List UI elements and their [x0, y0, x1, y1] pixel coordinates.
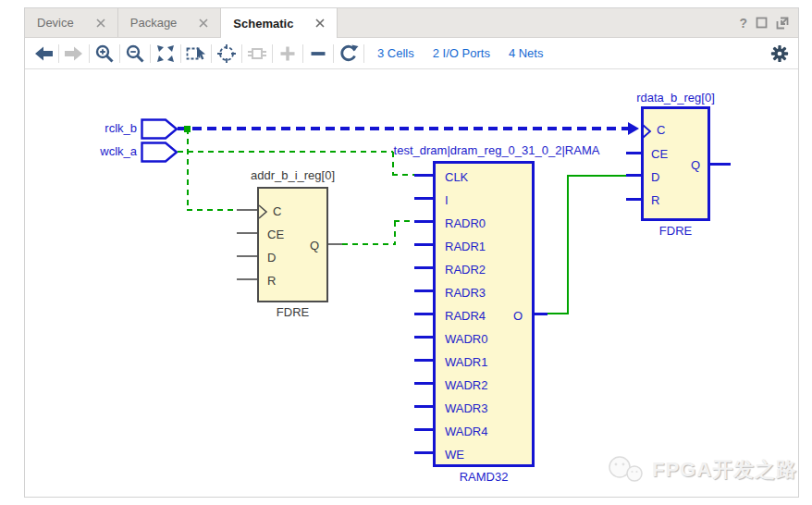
net-wclk-a-branch[interactable] [187, 209, 239, 211]
cell-type-label: RAMD32 [433, 470, 535, 484]
expand-cone-button[interactable] [246, 43, 268, 65]
net-addr-q[interactable] [394, 221, 396, 245]
net-wclk-a[interactable] [178, 151, 393, 153]
cell-rdata-b-reg[interactable]: C CE D R Q [641, 106, 710, 221]
schematic-window: Device Package Schematic ? [24, 7, 799, 498]
net-addr-q[interactable] [394, 220, 416, 222]
pin-stub[interactable] [414, 336, 433, 339]
input-port-wclk-a[interactable] [141, 142, 178, 163]
cell-name-addr-b-i-reg: addr_b_i_reg[0] [229, 168, 356, 182]
pin-stub[interactable] [414, 428, 433, 431]
pin-stub[interactable] [328, 243, 342, 245]
tab-schematic-label: Schematic [233, 17, 293, 31]
toolbar-separator [89, 44, 90, 63]
pin-stub[interactable] [626, 198, 641, 201]
net-arrowhead-icon [628, 122, 639, 135]
pin-stub[interactable] [414, 405, 433, 408]
toolbar-separator [58, 44, 59, 63]
help-icon[interactable]: ? [739, 16, 747, 31]
close-icon[interactable] [96, 18, 105, 28]
pin-label: RADR2 [445, 262, 486, 278]
pin-stub[interactable] [414, 359, 433, 362]
net-ram-o[interactable] [567, 175, 626, 177]
pin-stub[interactable] [414, 266, 433, 269]
toolbar-separator [119, 44, 120, 63]
clock-pin-icon [643, 124, 652, 139]
pin-stub[interactable] [535, 313, 547, 315]
pin-stub[interactable] [237, 255, 257, 257]
io-ports-link[interactable]: 2 I/O Ports [433, 46, 490, 60]
tab-package[interactable]: Package [118, 8, 222, 37]
forward-button[interactable] [63, 43, 85, 65]
pin-stub[interactable] [237, 232, 257, 234]
back-button[interactable] [32, 43, 55, 65]
pin-label: WADR3 [445, 400, 487, 417]
pin-label: RADR1 [445, 239, 486, 255]
zoom-fit-button[interactable] [154, 43, 177, 65]
pin-stub[interactable] [626, 174, 641, 177]
add-button[interactable] [277, 43, 299, 65]
pin-label: R [651, 192, 659, 209]
pin-label: WADR4 [445, 424, 487, 440]
schematic-toolbar: 3 Cells 2 I/O Ports 4 Nets [25, 38, 798, 69]
autofit-selection-button[interactable] [215, 43, 238, 65]
pin-stub[interactable] [414, 289, 433, 292]
pin-stub[interactable] [237, 278, 257, 280]
pin-label: CE [651, 146, 668, 163]
tab-package-label: Package [130, 16, 178, 30]
pin-stub[interactable] [414, 451, 433, 454]
pin-label: WADR1 [445, 354, 487, 371]
tab-schematic[interactable]: Schematic [221, 8, 338, 38]
pin-stub[interactable] [626, 152, 641, 154]
pin-stub[interactable] [414, 174, 433, 177]
pin-stub[interactable] [414, 197, 433, 200]
pin-label: Q [691, 157, 700, 174]
pin-label: RADR0 [445, 216, 486, 232]
pin-stub[interactable] [414, 382, 433, 385]
zoom-selection-button[interactable] [185, 43, 207, 65]
cell-ramd32[interactable]: CLK I RADR0 RADR1 RADR2 RADR3 RADR4 WADR… [433, 161, 535, 467]
pin-stub[interactable] [414, 220, 433, 223]
pin-label: O [513, 308, 523, 325]
cell-name-rdata-b-reg: rdata_b_reg[0] [612, 91, 739, 105]
net-junction-dot [184, 126, 191, 132]
toolbar-separator [211, 44, 212, 63]
pin-label: CE [267, 227, 284, 243]
schematic-canvas[interactable]: rclk_b wclk_a addr_b_i_reg[0] [25, 70, 798, 497]
cell-addr-b-i-reg[interactable]: C CE D R Q [257, 187, 328, 302]
pin-label: C [657, 122, 665, 139]
close-icon[interactable] [199, 18, 208, 28]
zoom-in-button[interactable] [93, 43, 116, 65]
remove-button[interactable] [307, 43, 329, 65]
tabbar-spacer [338, 8, 739, 37]
pin-label: I [445, 192, 449, 209]
input-port-rclk-b[interactable] [141, 118, 178, 140]
pin-label: WADR2 [445, 377, 487, 394]
pin-stub[interactable] [237, 209, 257, 211]
float-window-icon[interactable] [776, 17, 789, 30]
port-label-rclk-b: rclk_b [62, 121, 137, 135]
net-wclk-a[interactable] [392, 174, 416, 176]
pin-stub[interactable] [710, 163, 731, 166]
close-icon[interactable] [315, 18, 325, 28]
cell-type-label: FDRE [641, 224, 710, 238]
pin-label: CLK [445, 169, 468, 186]
nets-link[interactable]: 4 Nets [509, 46, 544, 60]
cells-link[interactable]: 3 Cells [377, 46, 414, 60]
pin-stub[interactable] [414, 313, 433, 315]
pin-label: C [273, 203, 281, 220]
pin-label: R [267, 273, 276, 289]
zoom-out-button[interactable] [124, 43, 146, 65]
regenerate-button[interactable] [338, 43, 360, 65]
net-rclk-b[interactable] [178, 127, 630, 130]
pin-stub[interactable] [414, 243, 433, 246]
net-ram-o[interactable] [567, 175, 569, 314]
maximize-icon[interactable] [756, 17, 768, 29]
toolbar-separator [241, 44, 242, 63]
pin-label: D [267, 250, 276, 266]
settings-gear-icon[interactable] [769, 43, 791, 65]
net-addr-q[interactable] [342, 243, 396, 245]
tab-device[interactable]: Device [25, 8, 118, 37]
net-wclk-a-branch[interactable] [187, 129, 189, 210]
net-ram-o[interactable] [547, 313, 569, 314]
